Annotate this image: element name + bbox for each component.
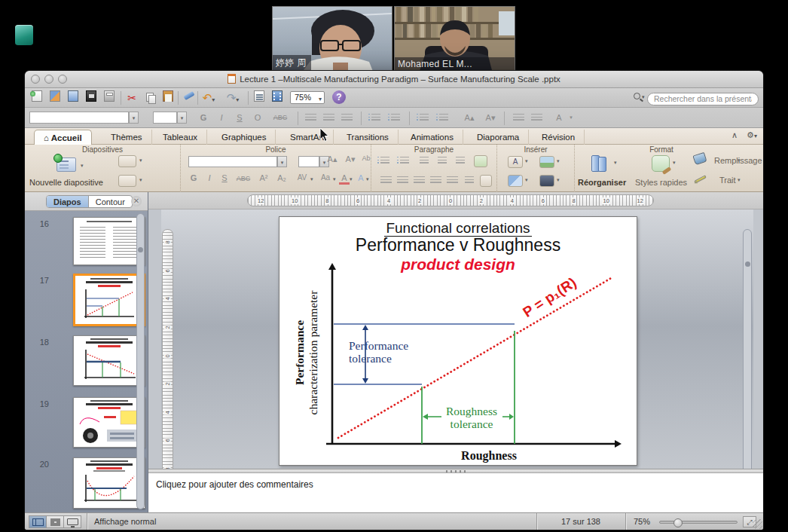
align-center-icon[interactable] — [323, 114, 334, 122]
search-scope-caret-icon[interactable]: ▾ — [642, 94, 645, 100]
notes-pane[interactable]: Cliquez pour ajouter des commentaires — [148, 473, 763, 512]
tab-graphiques[interactable]: Graphiques — [212, 130, 276, 145]
slideshow-view-button[interactable] — [63, 515, 81, 528]
ribbon-justify-icon[interactable] — [430, 176, 441, 185]
character-spacing-caret-icon[interactable]: ▾ — [310, 176, 313, 182]
text-outline-color-button[interactable]: A — [356, 173, 366, 182]
font-color-caret-icon[interactable]: ▾ — [567, 112, 575, 124]
desktop-icon[interactable] — [15, 25, 33, 45]
insert-shape-caret-icon[interactable]: ▾ — [525, 177, 528, 183]
ribbon-align-left-icon[interactable] — [380, 176, 392, 185]
window-titlebar[interactable]: Lecture 1 –Multiscale Manufacturing Para… — [25, 71, 763, 88]
superscript-button[interactable]: A² — [256, 173, 271, 182]
fill-color-icon[interactable] — [692, 152, 707, 165]
subscript-button[interactable]: A₂ — [274, 173, 289, 182]
slide-thumbnail-20[interactable] — [73, 457, 145, 509]
insert-textbox-caret-icon[interactable]: ▾ — [525, 158, 528, 164]
ribbon-font-color-caret-icon[interactable]: ▾ — [350, 176, 353, 182]
align-right-icon[interactable] — [341, 114, 353, 122]
insert-movie-icon[interactable] — [539, 175, 554, 187]
slide-gallery-icon[interactable] — [47, 90, 63, 105]
help-icon[interactable]: ? — [332, 90, 346, 104]
ribbon-align-right-icon[interactable] — [414, 176, 425, 185]
slide-thumbnail-19[interactable] — [73, 397, 145, 448]
tab-tableaux[interactable]: Tableaux — [154, 130, 207, 145]
ribbon-italic-button[interactable]: I — [203, 173, 215, 182]
tab-transitions[interactable]: Transitions — [337, 130, 399, 145]
tab-revision[interactable]: Révision — [533, 130, 585, 145]
italic-button[interactable]: I — [215, 112, 228, 124]
bold-button[interactable]: G — [197, 112, 210, 124]
insert-shape-icon[interactable] — [508, 175, 523, 187]
search-icon[interactable] — [634, 93, 640, 99]
slide-thumbnail-18[interactable] — [73, 335, 145, 386]
change-case-caret-icon[interactable]: ▾ — [333, 176, 336, 182]
line-button[interactable]: Trait — [719, 176, 736, 185]
zoom-combobox[interactable]: 75%▾ — [290, 91, 325, 104]
slide-17[interactable]: Functional correlations Performance v Ro… — [279, 216, 637, 466]
window-resize-grip[interactable] — [753, 519, 762, 529]
open-icon[interactable] — [66, 90, 81, 105]
insert-movie-caret-icon[interactable]: ▾ — [557, 177, 560, 183]
ribbon-underline-button[interactable]: S — [218, 173, 231, 182]
line-color-icon[interactable] — [694, 175, 707, 184]
arrange-icon[interactable] — [591, 155, 611, 172]
ribbon-numbering-icon[interactable] — [400, 157, 409, 165]
vertical-scrollbar[interactable]: ▲▼ — [743, 229, 752, 469]
new-presentation-icon[interactable] — [29, 90, 44, 105]
quick-styles-caret-icon[interactable]: ▾ — [673, 160, 676, 166]
font-name-combobox[interactable]: ▾ — [29, 112, 129, 124]
ribbon-decrease-indent-icon[interactable] — [420, 157, 429, 165]
ribbon-font-name-combobox[interactable]: ▾ — [188, 156, 277, 167]
decrease-indent-icon[interactable] — [513, 114, 524, 122]
font-size-combobox[interactable]: ▾ — [153, 112, 177, 124]
slide-thumbnail-16[interactable] — [73, 217, 145, 265]
columns-icon[interactable] — [474, 155, 487, 167]
text-direction-icon[interactable] — [465, 176, 474, 185]
tab-themes[interactable]: Thèmes — [102, 130, 152, 145]
slide-master-caret-icon[interactable]: ▾ — [139, 177, 142, 183]
normal-view-button[interactable] — [29, 515, 47, 528]
slide-thumbnail-17[interactable] — [73, 274, 145, 326]
distribute-text-icon[interactable] — [447, 176, 458, 185]
tab-diaporama[interactable]: Diaporama — [468, 130, 529, 145]
grow-font-button[interactable]: A▴ — [460, 112, 478, 124]
clear-formatting-button[interactable]: Ab — [360, 154, 372, 162]
numbering-icon[interactable] — [391, 114, 400, 122]
promote-list-icon[interactable] — [439, 114, 448, 122]
slide-master-button[interactable] — [118, 175, 136, 187]
tab-accueil[interactable]: ⌂ Accueil — [34, 130, 92, 145]
underline-button[interactable]: S — [233, 112, 246, 124]
sidebar-tab-diapos[interactable]: Diapos — [47, 196, 89, 207]
insert-picture-icon[interactable] — [539, 156, 554, 168]
ribbon-shrink-font-button[interactable]: A▾ — [342, 154, 359, 164]
change-case-button[interactable]: Aa — [318, 173, 333, 182]
paste-icon[interactable] — [160, 90, 176, 105]
sidebar-tab-contour[interactable]: Contour — [89, 196, 132, 207]
quick-styles-button[interactable]: Styles rapides — [635, 178, 687, 187]
notes-placeholder[interactable]: Cliquez pour ajouter des commentaires — [156, 479, 313, 490]
zoom-slider[interactable] — [659, 521, 738, 524]
arrange-caret-icon[interactable]: ▾ — [614, 160, 617, 166]
ribbon-bullets-icon[interactable] — [380, 157, 389, 165]
quick-styles-icon[interactable] — [652, 155, 670, 172]
copy-icon[interactable] — [142, 90, 157, 105]
sidebar-close-icon[interactable]: ✕ — [131, 196, 142, 206]
demote-list-icon[interactable] — [420, 114, 429, 122]
slide-layout-caret-icon[interactable]: ▾ — [139, 157, 142, 164]
show-formatting-icon[interactable] — [252, 90, 267, 105]
ribbon-increase-indent-icon[interactable] — [438, 157, 447, 165]
new-slide-icon[interactable] — [57, 157, 76, 172]
ribbon-font-color-button[interactable]: A — [339, 173, 350, 185]
arrange-button[interactable]: Réorganiser — [578, 178, 626, 187]
sidebar-scrollbar[interactable] — [136, 213, 145, 509]
cut-icon[interactable]: ✂ — [124, 90, 139, 105]
ribbon-align-center-icon[interactable] — [397, 176, 408, 185]
slide-title-block[interactable]: Functional correlations Performance v Ro… — [279, 220, 637, 274]
ribbon-grow-font-button[interactable]: A▴ — [324, 154, 341, 164]
slide-sorter-view-button[interactable] — [46, 515, 64, 528]
character-spacing-button[interactable]: AV — [294, 173, 310, 182]
ribbon-settings-gear-icon[interactable]: ⚙▾ — [747, 130, 757, 140]
shadow-button[interactable]: O — [251, 112, 264, 124]
text-outline-caret-icon[interactable]: ▾ — [366, 176, 369, 182]
